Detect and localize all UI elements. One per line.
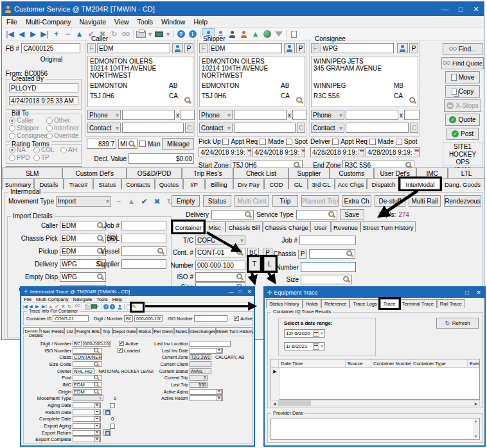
lookup-icon[interactable] xyxy=(94,375,100,381)
calendar-icon[interactable] xyxy=(94,437,100,442)
help-icon[interactable]: ? xyxy=(175,29,186,40)
tab-customs[interactable]: Customs xyxy=(330,168,374,178)
c-button[interactable]: C xyxy=(185,123,193,133)
menu-file[interactable]: File xyxy=(6,18,17,26)
c-button[interactable]: C xyxy=(410,123,418,133)
lookup-icon[interactable] xyxy=(157,248,164,255)
tab-check-list[interactable]: Check List xyxy=(233,168,288,178)
man-checkbox[interactable] xyxy=(139,141,146,147)
deliver-date-early[interactable]: 4/28/2018 9:19: xyxy=(310,147,364,157)
delivery-input[interactable] xyxy=(211,210,254,220)
tab-trip[interactable]: Trip xyxy=(101,327,112,334)
bill-to-radio-interliner[interactable] xyxy=(46,125,53,132)
scroll-up-icon[interactable]: ▲ xyxy=(474,419,478,423)
bill-to-radio-override[interactable] xyxy=(46,133,53,139)
trip-button[interactable]: Trip xyxy=(272,195,298,207)
iso-number-input[interactable] xyxy=(194,315,227,322)
menu-multi-company[interactable]: Multi-Company xyxy=(26,18,71,26)
tab-custom-defs[interactable]: Custom Def's xyxy=(62,168,127,178)
rating-radio-tp[interactable] xyxy=(33,155,40,161)
pickup-made-checkbox[interactable] xyxy=(260,139,266,145)
minimize-button[interactable]: — xyxy=(438,2,453,16)
active-checkbox[interactable] xyxy=(234,316,239,321)
binoculars-icon[interactable] xyxy=(120,29,131,40)
imc-input[interactable]: EDM xyxy=(73,382,102,388)
globe-icon[interactable] xyxy=(261,29,272,40)
move-button[interactable]: Move xyxy=(445,71,480,83)
rendezvous-button[interactable]: Rendezvous xyxy=(444,195,481,207)
col-container-type[interactable]: Container Type xyxy=(411,359,468,368)
minimize-button[interactable]: — xyxy=(227,288,236,296)
deliver-spot-checkbox[interactable] xyxy=(396,139,402,145)
pickup-date-early[interactable]: 4/24/2018 9:19: xyxy=(199,147,251,157)
menu-view[interactable]: View xyxy=(114,18,129,26)
phone-type-select[interactable]: Phone▾ xyxy=(87,110,121,120)
cancel-icon[interactable]: ✖ xyxy=(152,196,163,207)
col-source[interactable]: Source xyxy=(346,359,371,368)
tab-depot-gate[interactable]: Depot Gate xyxy=(112,327,137,334)
movement-type-select[interactable]: ▾ xyxy=(73,395,103,401)
iso-input[interactable] xyxy=(195,272,245,282)
shipper-person-button[interactable] xyxy=(284,43,295,53)
complete-date-input[interactable] xyxy=(73,416,101,422)
consignee-code-input[interactable] xyxy=(321,43,394,53)
refresh-button[interactable]: ↻Refresh xyxy=(436,318,479,329)
row-selector[interactable]: ▶ xyxy=(271,368,279,400)
tab-user-defs[interactable]: User Def's xyxy=(374,168,416,178)
caller-input[interactable]: EDM xyxy=(60,221,106,230)
tab-contacts[interactable]: Contacts xyxy=(121,178,155,189)
titlebar[interactable]: ✛ Equipment Trace □ ✕ xyxy=(265,288,484,298)
pickup-appt-req-checkbox[interactable] xyxy=(222,139,229,145)
active-checkbox[interactable] xyxy=(119,341,124,346)
tab-status[interactable]: Status xyxy=(93,178,121,189)
calendar-icon[interactable] xyxy=(217,396,222,401)
scroll-right-icon[interactable]: ▶ xyxy=(473,401,479,406)
address-lookup-icon[interactable] xyxy=(184,97,191,104)
tab-ltl[interactable]: LTL xyxy=(448,168,485,178)
maximize-button[interactable]: □ xyxy=(236,288,245,296)
delete-record-icon[interactable]: − xyxy=(62,29,73,40)
pool-input[interactable] xyxy=(73,375,102,381)
deliver-appt-req-checkbox[interactable] xyxy=(332,139,339,145)
find-button[interactable]: Find... xyxy=(443,43,483,55)
rating-radio-ppd[interactable] xyxy=(9,155,15,161)
tab-interchanges[interactable]: Interchanges xyxy=(189,327,216,334)
tab-intermodal[interactable]: InterModal xyxy=(400,178,440,189)
maximize-button[interactable]: □ xyxy=(453,2,468,16)
phone-ext-input[interactable] xyxy=(292,110,306,120)
service-type-input[interactable] xyxy=(296,210,337,220)
chassis-input[interactable] xyxy=(309,249,355,259)
tab-notes[interactable]: Notes xyxy=(174,327,190,334)
info-icon[interactable]: ! xyxy=(187,29,198,40)
phone-type-select[interactable]: Phone▾ xyxy=(311,110,344,120)
last-record-icon[interactable]: ▶| xyxy=(39,29,50,40)
menu-tools[interactable]: Tools xyxy=(96,297,108,302)
help-icon[interactable]: ? xyxy=(103,304,110,311)
last-inv-location-input[interactable] xyxy=(190,341,231,347)
size2-input[interactable] xyxy=(301,275,352,284)
last-inv-date-input[interactable] xyxy=(190,348,223,354)
tab-container[interactable]: Container xyxy=(173,221,204,232)
tab-ip[interactable]: I/P xyxy=(183,178,205,189)
agent-icon[interactable] xyxy=(227,29,238,40)
save-button[interactable]: Save xyxy=(340,209,364,220)
owner-input[interactable]: NHL-HQ xyxy=(73,368,94,374)
menu-navigate[interactable]: Navigate xyxy=(73,297,93,302)
lookup-icon[interactable] xyxy=(94,368,95,374)
aging-checkbox[interactable] xyxy=(110,403,115,408)
job-input[interactable] xyxy=(121,221,166,230)
close-button[interactable]: ✕ xyxy=(468,2,484,16)
prev-record-icon[interactable]: ◀ xyxy=(16,29,27,40)
print-icon[interactable] xyxy=(136,29,146,40)
cont-input[interactable]: CONT-01 xyxy=(195,248,245,257)
lookup-icon[interactable] xyxy=(236,273,244,280)
quote-button[interactable]: ✓Quote xyxy=(445,114,480,126)
tab-imc[interactable]: IMC xyxy=(416,168,448,178)
tab-billing[interactable]: Billing xyxy=(205,178,233,189)
address-lookup-icon[interactable] xyxy=(409,97,416,104)
menu-help[interactable]: Help xyxy=(193,18,208,26)
tab-drv-pay[interactable]: Drv Pay xyxy=(233,178,264,189)
contact-input[interactable] xyxy=(122,123,184,133)
tab-trace[interactable]: Trace# xyxy=(64,178,93,189)
bol-input[interactable] xyxy=(121,234,166,243)
